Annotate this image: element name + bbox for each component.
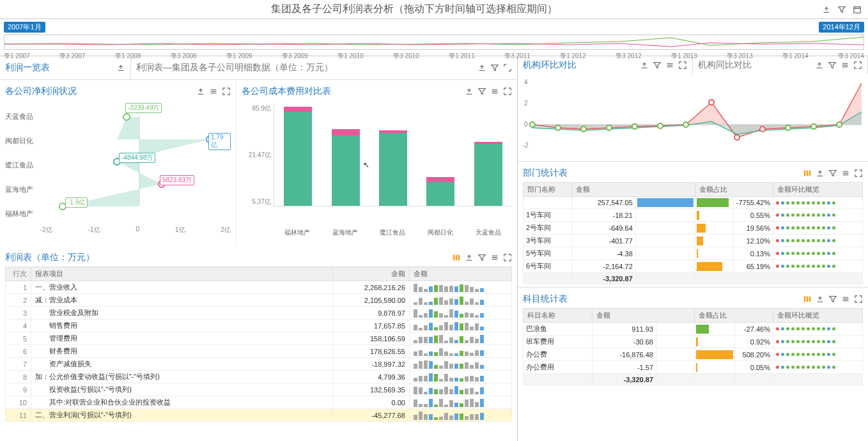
table-row[interactable]: 6 财务费用178,626.55 [6, 345, 512, 358]
table-row[interactable]: 5 管理费用158,106.59 [6, 332, 512, 345]
filter-icon[interactable] [837, 5, 846, 14]
table-row[interactable]: 1号车间-18.210.55% [523, 209, 863, 222]
settings-icon[interactable] [209, 87, 218, 96]
columns-icon[interactable] [803, 169, 812, 178]
svg-point-30 [837, 122, 842, 127]
expand-icon[interactable] [503, 87, 512, 96]
settings-icon[interactable] [841, 169, 850, 178]
calendar-icon[interactable] [853, 5, 862, 14]
profit-table[interactable]: 行次 报表项目 金额 金额 1一、营业收入2,268,216.262减：营业成本… [5, 267, 512, 422]
table-row[interactable]: 1一、营业收入2,268,216.26 [6, 281, 512, 294]
axis-tick: -2亿 [40, 226, 52, 235]
expand-icon[interactable] [503, 253, 512, 262]
col-header[interactable]: 金额环比概览 [773, 309, 863, 323]
col-header[interactable]: 金额 [593, 309, 695, 323]
expand-icon[interactable] [678, 61, 687, 70]
export-icon[interactable] [822, 5, 831, 14]
export-icon[interactable] [816, 295, 825, 304]
export-icon[interactable] [816, 169, 825, 178]
table-row[interactable]: 11二、营业利润(亏损以"-"号填列)-45,277.68 [6, 409, 512, 422]
col-header[interactable]: 金额 [571, 183, 695, 197]
settings-icon[interactable] [490, 87, 499, 96]
col-header[interactable]: 金额占比 [695, 183, 773, 197]
table-row[interactable]: 9 投资收益(亏损以"-"号填列)132,569.35 [6, 383, 512, 396]
filter-icon[interactable] [477, 87, 486, 96]
col-header[interactable]: 金额占比 [695, 309, 773, 323]
export-icon[interactable] [815, 61, 824, 70]
expand-icon[interactable] [503, 63, 512, 72]
table-row[interactable]: 巴浪鱼911.93-27.46% [523, 323, 863, 336]
mom-chart[interactable]: 4 2 0 -2 [518, 74, 868, 157]
svg-rect-31 [804, 171, 806, 176]
table-row[interactable]: 办公费-16,876.48508.20% [523, 348, 863, 361]
subj-stats-table[interactable]: 科目名称 金额 金额占比 金额环比概览 巴浪鱼911.93-27.46%班车费用… [523, 308, 863, 385]
table-row[interactable]: 2号车间-649.6419.56% [523, 222, 863, 235]
bar[interactable] [426, 177, 454, 206]
table-row[interactable]: 3号车间-401.7712.10% [523, 235, 863, 247]
expand-icon[interactable] [854, 295, 863, 304]
bar[interactable] [332, 129, 360, 206]
settings-icon[interactable] [841, 295, 850, 304]
export-icon[interactable] [640, 61, 649, 70]
timeline-tick: 季3 2012 [616, 52, 642, 61]
table-row[interactable]: 班车费用-30.680.92% [523, 336, 863, 348]
col-header[interactable]: 报表项目 [31, 267, 333, 281]
table-row[interactable]: 8加：公允价值变动收益(亏损以"-"号填列)4,799.36 [6, 371, 512, 383]
col-header[interactable]: 部门名称 [523, 183, 572, 197]
settings-icon[interactable] [841, 61, 849, 70]
cost-compare-chart[interactable]: 85.9亿21.47亿5.37亿 [242, 104, 512, 226]
table-row[interactable]: 3 营业税金及附加9,878.97 [6, 307, 512, 320]
table-row[interactable]: 257,547.05-7755.42% [523, 197, 863, 209]
timeline-end[interactable]: 2014年12月 [819, 22, 864, 33]
export-icon[interactable] [465, 253, 474, 262]
timeline-tick: 季3 2008 [171, 52, 197, 61]
svg-rect-36 [809, 297, 811, 302]
export-icon[interactable] [465, 87, 474, 96]
filter-icon[interactable] [653, 61, 662, 70]
svg-point-28 [786, 125, 791, 130]
columns-icon[interactable] [803, 295, 812, 304]
bar[interactable] [379, 130, 407, 206]
bar[interactable] [474, 142, 502, 206]
table-row[interactable]: 5号车间-4.380.13% [523, 247, 863, 260]
table-row[interactable]: 4 销售费用17,657.85 [6, 320, 512, 332]
filter-icon[interactable] [477, 253, 486, 262]
expand-icon[interactable] [854, 169, 863, 178]
table-row[interactable]: 10 其中:对联营企业和合伙企业的投资收益0.00 [6, 396, 512, 409]
bar[interactable] [284, 107, 312, 206]
table-row[interactable]: 2减：营业成本2,105,590.00 [6, 294, 512, 307]
timeline-start[interactable]: 2007年1月 [4, 22, 45, 33]
filter-icon[interactable] [828, 169, 837, 178]
settings-icon[interactable] [665, 61, 674, 70]
col-header[interactable]: 科目名称 [523, 309, 593, 323]
svg-rect-0 [854, 6, 861, 13]
net-profit-chart[interactable]: 天蓝食品闽都日化鹭江食品蓝海地产福林地产 -3239.49万 1.79亿 -48… [5, 104, 231, 226]
col-header[interactable]: 金额 [410, 267, 512, 281]
timeline-tick: 季1 2012 [560, 52, 586, 61]
timeline-tick: 季3 2014 [838, 52, 864, 61]
table-row[interactable]: 7 资产减值损失-18,997.32 [6, 358, 512, 371]
filter-icon[interactable] [828, 61, 837, 70]
col-header[interactable]: 金额环比概览 [773, 183, 863, 197]
dept-stats-table[interactable]: 部门名称 金额 金额占比 金额环比概览 257,547.05-7755.42%1… [523, 182, 863, 284]
svg-rect-34 [804, 297, 806, 302]
columns-icon[interactable] [452, 253, 461, 262]
filter-icon[interactable] [828, 295, 837, 304]
axis-tick: 0 [136, 226, 140, 235]
expand-icon[interactable] [853, 61, 862, 70]
timeline-scrubber[interactable]: 2007年1月 2014年12月 季1 2007季3 2007季1 2008季3… [0, 19, 868, 56]
table-row[interactable]: 6号车间-2,164.7265.19% [523, 260, 863, 273]
export-icon[interactable] [196, 87, 205, 96]
timeline-sparkline[interactable] [4, 35, 864, 50]
expand-icon[interactable] [222, 87, 231, 96]
col-header[interactable]: 金额 [333, 267, 410, 281]
export-icon[interactable] [116, 63, 125, 72]
settings-icon[interactable] [490, 253, 499, 262]
filter-icon[interactable] [490, 63, 499, 72]
timeline-ticks: 季1 2007季3 2007季1 2008季3 2008季1 2009季3 20… [4, 52, 864, 61]
svg-point-21 [607, 125, 612, 130]
export-icon[interactable] [477, 63, 486, 72]
x-label: 闽都日化 [428, 228, 453, 237]
table-row[interactable]: 办公费用-1.570.05% [523, 361, 863, 374]
col-header[interactable]: 行次 [6, 267, 31, 281]
